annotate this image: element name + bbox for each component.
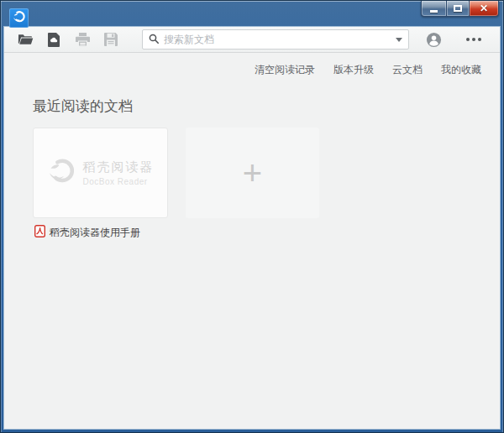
open-cloud-doc-button[interactable] <box>43 29 65 50</box>
floppy-save-icon <box>104 33 118 46</box>
search-input[interactable] <box>164 34 391 45</box>
recent-doc-entry[interactable]: 稻壳阅读器使用手册 <box>34 225 500 241</box>
search-icon <box>149 32 159 47</box>
ellipsis-icon <box>472 38 475 41</box>
minimize-icon <box>430 10 438 13</box>
recent-docs-grid: 稻壳阅读器 DocBox Reader + <box>33 128 500 218</box>
person-circle-icon <box>426 32 442 48</box>
app-icon[interactable] <box>9 8 29 28</box>
search-box[interactable] <box>142 29 409 50</box>
page-title: 最近阅读的文档 <box>33 97 500 116</box>
search-dropdown-icon[interactable] <box>396 38 402 42</box>
open-folder-icon <box>18 33 34 46</box>
more-menu-button[interactable] <box>466 38 481 41</box>
open-file-button[interactable] <box>14 29 36 50</box>
link-cloud-docs[interactable]: 云文档 <box>392 63 423 77</box>
watermark-brand: 稻壳阅读器 DocBox Reader <box>47 157 155 189</box>
client-area: 清空阅读记录 版本升级 云文档 我的收藏 最近阅读的文档 <box>4 27 500 429</box>
plus-icon: + <box>243 156 262 190</box>
maximize-icon <box>454 5 462 12</box>
minimize-button[interactable] <box>421 1 446 17</box>
account-button[interactable] <box>423 29 444 50</box>
save-button[interactable] <box>100 29 122 50</box>
brand-name-cn: 稻壳阅读器 <box>83 159 155 175</box>
ellipsis-icon <box>478 38 481 41</box>
link-upgrade[interactable]: 版本升级 <box>333 63 374 77</box>
pdf-file-icon <box>34 225 45 241</box>
link-favorites[interactable]: 我的收藏 <box>441 63 481 77</box>
watermark-text: 稻壳阅读器 DocBox Reader <box>83 159 155 186</box>
window-controls: ✕ <box>421 1 499 17</box>
recent-doc-title: 稻壳阅读器使用手册 <box>50 226 140 240</box>
quick-links: 清空阅读记录 版本升级 云文档 我的收藏 <box>4 53 500 77</box>
link-clear-history[interactable]: 清空阅读记录 <box>255 63 315 77</box>
ellipsis-icon <box>466 38 470 41</box>
close-button[interactable]: ✕ <box>470 1 499 17</box>
close-icon: ✕ <box>480 3 488 13</box>
docbox-logo-watermark-icon <box>47 157 77 189</box>
app-window: ✕ <box>0 0 504 433</box>
title-bar[interactable]: ✕ <box>1 1 503 27</box>
maximize-button[interactable] <box>446 1 470 17</box>
recent-doc-thumbnail[interactable]: 稻壳阅读器 DocBox Reader <box>33 128 168 218</box>
brand-name-en: DocBox Reader <box>83 177 155 186</box>
add-document-card[interactable]: + <box>186 128 319 218</box>
cloud-document-icon <box>48 33 60 47</box>
toolbar <box>4 27 500 53</box>
printer-icon <box>76 33 90 46</box>
docbox-logo-icon <box>13 10 26 27</box>
print-button[interactable] <box>71 29 93 50</box>
